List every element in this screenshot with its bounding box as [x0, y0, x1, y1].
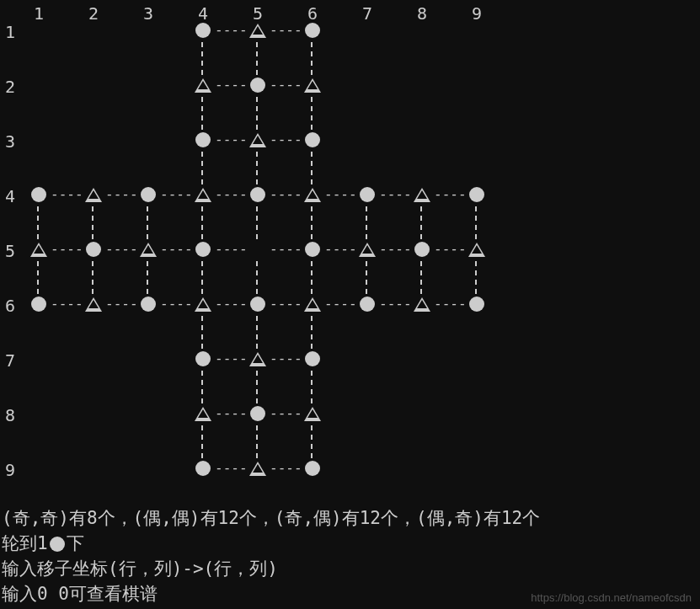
- col-header: 4: [195, 3, 211, 24]
- circle-icon: [50, 537, 65, 552]
- piece-triangle[interactable]: [359, 241, 376, 258]
- watermark: https://blog.csdn.net/nameofcsdn: [531, 591, 692, 604]
- piece-triangle[interactable]: [304, 77, 321, 93]
- edge: ----: [270, 243, 302, 256]
- circle-icon: [86, 242, 101, 257]
- hint-prompt: 输入0 0可查看棋谱: [2, 581, 158, 606]
- piece-triangle[interactable]: [85, 186, 102, 203]
- triangle-icon: [195, 188, 211, 202]
- col-header: 2: [85, 3, 102, 24]
- piece-circle[interactable]: [85, 241, 102, 258]
- piece-circle[interactable]: [195, 22, 211, 39]
- edge: ----: [379, 243, 412, 256]
- triangle-icon: [85, 188, 102, 202]
- edge: ----: [270, 297, 302, 311]
- game-board[interactable]: 123456789123456789----------------------…: [0, 0, 539, 522]
- edge: [92, 261, 95, 294]
- edge: [311, 316, 314, 349]
- piece-circle[interactable]: [249, 77, 266, 93]
- piece-circle[interactable]: [195, 460, 211, 477]
- edge: [201, 425, 205, 458]
- edge: [256, 206, 259, 239]
- circle-icon: [250, 406, 265, 421]
- edge: ----: [270, 407, 302, 420]
- row-header: 8: [5, 405, 22, 425]
- edge: [37, 206, 40, 239]
- piece-circle[interactable]: [195, 350, 211, 367]
- edge: ----: [105, 243, 138, 256]
- circle-icon: [141, 296, 156, 312]
- piece-triangle[interactable]: [414, 186, 430, 203]
- edge: ----: [160, 243, 193, 256]
- piece-triangle[interactable]: [249, 22, 266, 39]
- piece-circle[interactable]: [30, 296, 47, 313]
- piece-circle[interactable]: [359, 296, 376, 313]
- circle-icon: [195, 461, 211, 476]
- edge: ----: [51, 297, 83, 311]
- triangle-icon: [468, 243, 485, 257]
- piece-circle[interactable]: [140, 186, 157, 203]
- parity-counts: (奇,奇)有8个，(偶,偶)有12个，(奇,偶)有12个，(偶,奇)有12个: [2, 505, 540, 531]
- circle-icon: [250, 296, 265, 312]
- piece-circle[interactable]: [195, 131, 211, 148]
- row-header: 4: [5, 186, 22, 206]
- piece-circle[interactable]: [468, 186, 485, 203]
- piece-circle[interactable]: [304, 350, 321, 367]
- triangle-icon: [195, 78, 211, 93]
- piece-circle[interactable]: [30, 186, 47, 203]
- turn-prefix: 轮到1: [2, 533, 48, 553]
- piece-triangle[interactable]: [195, 296, 211, 313]
- piece-circle[interactable]: [468, 296, 485, 313]
- piece-triangle[interactable]: [304, 296, 321, 313]
- edge: ----: [105, 297, 138, 311]
- edge: [366, 261, 369, 294]
- edge: [201, 42, 205, 75]
- piece-circle[interactable]: [359, 186, 376, 203]
- edge: ----: [379, 297, 412, 311]
- triangle-icon: [249, 133, 266, 147]
- piece-circle[interactable]: [195, 241, 211, 258]
- piece-triangle[interactable]: [195, 77, 211, 93]
- col-header: 5: [249, 3, 266, 24]
- triangle-icon: [304, 78, 321, 93]
- circle-icon: [195, 351, 211, 366]
- piece-circle[interactable]: [304, 22, 321, 39]
- piece-triangle[interactable]: [140, 241, 157, 258]
- piece-triangle[interactable]: [304, 186, 321, 203]
- piece-triangle[interactable]: [195, 405, 211, 422]
- triangle-icon: [140, 243, 157, 257]
- piece-triangle[interactable]: [195, 186, 211, 203]
- piece-circle[interactable]: [304, 241, 321, 258]
- edge: ----: [105, 188, 138, 201]
- triangle-icon: [195, 407, 211, 421]
- piece-triangle[interactable]: [468, 241, 485, 258]
- piece-triangle[interactable]: [249, 131, 266, 148]
- edge: [311, 371, 314, 403]
- edge: ----: [215, 24, 248, 37]
- edge: [311, 42, 314, 75]
- piece-triangle[interactable]: [304, 405, 321, 422]
- piece-triangle[interactable]: [85, 296, 102, 313]
- piece-circle[interactable]: [414, 241, 430, 258]
- piece-circle[interactable]: [140, 296, 157, 313]
- piece-circle[interactable]: [249, 296, 266, 313]
- circle-icon: [31, 296, 46, 312]
- piece-triangle[interactable]: [30, 241, 47, 258]
- piece-circle[interactable]: [249, 405, 266, 422]
- triangle-icon: [304, 407, 321, 421]
- piece-triangle[interactable]: [414, 296, 430, 313]
- row-header: 2: [5, 77, 22, 97]
- edge: ----: [51, 243, 83, 256]
- edge: ----: [324, 243, 357, 256]
- edge: [256, 261, 259, 294]
- edge: ----: [270, 188, 302, 201]
- edge: [311, 425, 314, 458]
- piece-triangle[interactable]: [249, 350, 266, 367]
- piece-circle[interactable]: [249, 186, 266, 203]
- triangle-icon: [195, 297, 211, 312]
- piece-triangle[interactable]: [249, 460, 266, 477]
- piece-circle[interactable]: [304, 131, 321, 148]
- piece-circle[interactable]: [304, 460, 321, 477]
- edge: ----: [324, 297, 357, 311]
- col-header: 6: [304, 3, 321, 24]
